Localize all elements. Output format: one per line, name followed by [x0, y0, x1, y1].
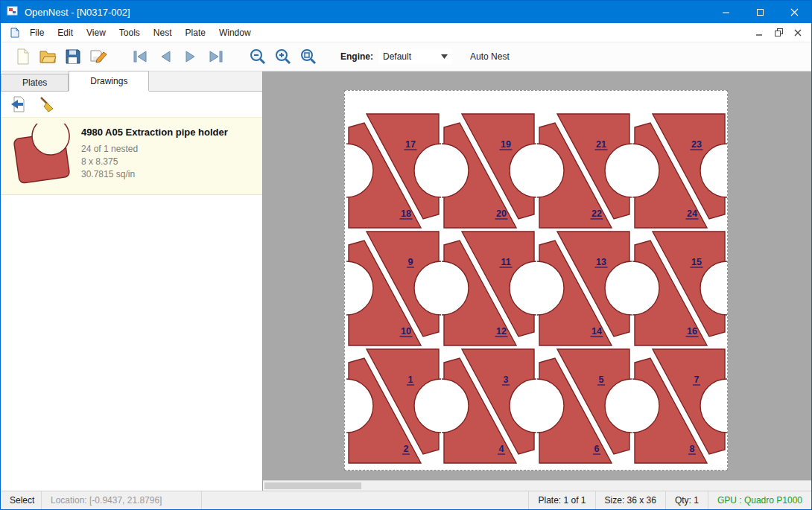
go-last-button[interactable]	[203, 45, 229, 68]
save-as-icon	[89, 48, 107, 66]
svg-text:17: 17	[405, 139, 416, 150]
svg-text:12: 12	[496, 326, 507, 337]
svg-text:14: 14	[591, 326, 602, 337]
svg-text:23: 23	[691, 139, 702, 150]
nesting-canvas[interactable]: 171819202122232491011121314151612345678	[263, 71, 811, 491]
nested-part-pair[interactable]: 1314	[537, 230, 632, 347]
svg-text:18: 18	[401, 208, 411, 219]
main-toolbar: Engine: Default Auto Nest	[1, 42, 811, 71]
menu-item-edit[interactable]: Edit	[51, 24, 80, 42]
zoom-fit-icon	[299, 48, 317, 66]
part-shape-icon	[7, 124, 74, 187]
app-window: OpenNest - [N0317-002] File Edit View To…	[0, 0, 812, 510]
go-previous-button[interactable]	[153, 45, 178, 68]
maximize-button[interactable]	[743, 1, 777, 23]
window-title: OpenNest - [N0317-002]	[25, 7, 130, 18]
new-button[interactable]	[10, 45, 35, 68]
zoom-in-icon	[274, 48, 292, 66]
svg-text:4: 4	[499, 444, 504, 454]
menu-item-tools[interactable]: Tools	[112, 24, 147, 42]
nested-part-pair[interactable]: 1920	[442, 112, 536, 229]
status-bar: Select Location: [-0.9437, 21.8796] Plat…	[1, 491, 811, 509]
nested-part-pair[interactable]: 1516	[632, 230, 727, 347]
go-next-icon	[182, 48, 200, 66]
engine-selected-value: Default	[383, 51, 411, 62]
drawing-list-item[interactable]: 4980 A05 Extraction pipe holder 24 of 1 …	[1, 117, 262, 195]
nested-part-pair[interactable]: 78	[632, 348, 727, 465]
svg-text:1: 1	[408, 374, 413, 385]
plate-sheet: 171819202122232491011121314151612345678	[344, 90, 728, 471]
menu-item-window[interactable]: Window	[212, 24, 258, 42]
svg-text:19: 19	[501, 139, 511, 150]
zoom-fit-button[interactable]	[296, 45, 321, 68]
nested-part-pair[interactable]: 1112	[442, 230, 536, 347]
app-icon	[7, 5, 19, 19]
status-location: Location: [-0.9437, 21.8796]	[42, 491, 202, 509]
nested-part-pair[interactable]: 1718	[346, 112, 441, 229]
save-button[interactable]	[60, 45, 86, 68]
drawing-info: 4980 A05 Extraction pipe holder 24 of 1 …	[81, 124, 228, 187]
minimize-button[interactable]	[708, 1, 743, 23]
window-controls	[708, 1, 811, 23]
file-tool-group	[10, 45, 111, 68]
open-button[interactable]	[35, 45, 60, 68]
tab-drawings[interactable]: Drawings	[69, 71, 149, 91]
svg-text:16: 16	[687, 326, 697, 337]
mdi-minimize-button[interactable]	[753, 27, 765, 39]
svg-text:10: 10	[401, 326, 411, 337]
status-spacer	[202, 491, 528, 509]
svg-text:24: 24	[687, 208, 697, 219]
engine-select[interactable]: Default	[378, 49, 452, 64]
zoom-in-button[interactable]	[270, 45, 296, 68]
drawing-title: 4980 A05 Extraction pipe holder	[81, 127, 228, 138]
auto-nest-button[interactable]: Auto Nest	[466, 48, 514, 65]
svg-text:5: 5	[599, 374, 604, 385]
new-icon	[13, 48, 31, 66]
status-gpu: GPU : Quadro P1000	[708, 491, 811, 509]
svg-text:6: 6	[594, 444, 600, 454]
go-last-icon	[207, 48, 225, 66]
nested-part-pair[interactable]: 34	[442, 348, 536, 465]
status-size: Size: 36 x 36	[595, 491, 665, 509]
zoom-out-button[interactable]	[245, 45, 270, 68]
svg-text:21: 21	[596, 139, 606, 150]
menu-item-view[interactable]: View	[80, 24, 112, 42]
engine-control: Engine: Default	[340, 49, 452, 64]
scrollbar-thumb[interactable]	[264, 482, 361, 489]
document-icon[interactable]	[7, 28, 23, 38]
title-bar: OpenNest - [N0317-002]	[1, 1, 811, 23]
drawings-toolbar	[1, 92, 262, 117]
clear-button[interactable]	[37, 94, 57, 115]
open-icon	[39, 48, 57, 66]
panel-tabs: Plates Drawings	[1, 71, 262, 92]
tab-plates[interactable]: Plates	[1, 74, 69, 91]
dropdown-caret-icon	[441, 54, 448, 59]
drawing-thumbnail	[7, 124, 75, 187]
menu-item-plate[interactable]: Plate	[179, 24, 212, 42]
svg-text:13: 13	[596, 257, 606, 267]
nested-part-pair[interactable]: 2324	[632, 112, 727, 229]
nested-part-pair[interactable]: 12	[346, 348, 441, 465]
save-icon	[64, 48, 82, 66]
svg-text:20: 20	[496, 208, 507, 219]
svg-text:7: 7	[694, 374, 700, 385]
go-next-button[interactable]	[178, 45, 203, 68]
svg-text:9: 9	[408, 257, 413, 267]
import-button[interactable]	[7, 94, 28, 115]
status-qty: Qty: 1	[665, 491, 708, 509]
nested-part-pair[interactable]: 910	[346, 230, 441, 347]
svg-text:8: 8	[690, 444, 695, 454]
main-content: Plates Drawings	[1, 71, 811, 491]
mdi-window-controls	[753, 27, 811, 39]
menu-item-nest[interactable]: Nest	[147, 24, 179, 42]
nested-part-pair[interactable]: 2122	[537, 112, 632, 229]
mdi-restore-button[interactable]	[773, 27, 784, 39]
nested-part-pair[interactable]: 56	[537, 348, 632, 465]
mdi-close-button[interactable]	[792, 27, 804, 39]
horizontal-scrollbar[interactable]	[263, 480, 811, 491]
zoom-out-icon	[249, 48, 267, 66]
menu-item-file[interactable]: File	[23, 24, 51, 42]
close-button[interactable]	[777, 1, 811, 23]
save-as-button[interactable]	[86, 45, 111, 68]
go-first-button[interactable]	[127, 45, 153, 68]
